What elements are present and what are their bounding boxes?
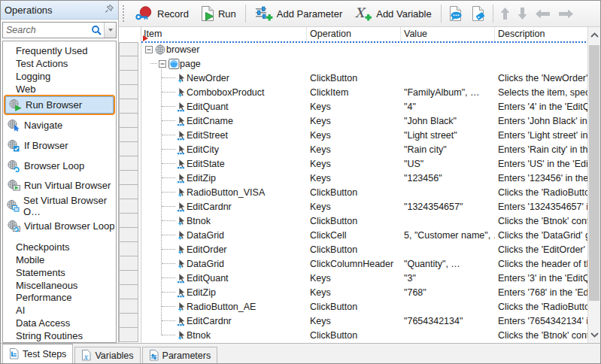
move-right-button[interactable]: [554, 3, 578, 24]
gutter-cell[interactable]: [119, 128, 138, 142]
sidebar-item-label: Performance: [16, 292, 71, 303]
click-icon: [177, 259, 187, 269]
gutter-cell[interactable]: [119, 42, 138, 56]
test-step-row[interactable]: EditQuantKeys"4"Enters '4' in the 'EditQ: [141, 99, 587, 114]
scroll-up-icon[interactable]: [588, 29, 600, 41]
description-button[interactable]: [445, 3, 467, 24]
gutter-cell[interactable]: [119, 114, 138, 128]
sidebar-item-performance[interactable]: Performance: [3, 292, 116, 305]
gutter-cell[interactable]: [119, 171, 138, 185]
tree-node-row[interactable]: browser: [141, 42, 587, 56]
gutter-cell[interactable]: [119, 314, 138, 328]
sidebar-item-frequently-used[interactable]: Frequently Used: [3, 44, 116, 57]
gutter-cell[interactable]: [119, 214, 138, 228]
gutter-cell[interactable]: [119, 256, 138, 271]
test-step-row[interactable]: DataGridClickCell5, "Customer name", …Cl…: [141, 228, 587, 242]
collapse-toggle-icon[interactable]: [145, 46, 153, 53]
gutter-cell[interactable]: [119, 142, 138, 156]
tab-parameters[interactable]: Parameters: [142, 347, 218, 363]
collapse-toggle-icon[interactable]: [159, 60, 166, 68]
sidebar-item-miscellaneous[interactable]: Miscellaneous: [3, 279, 116, 292]
add-variable-button[interactable]: XAdd Variable: [348, 3, 437, 24]
test-step-row[interactable]: EditZipKeys"123456"Enters '123456' in th…: [141, 171, 587, 185]
run-button[interactable]: Run: [195, 3, 242, 24]
move-down-button[interactable]: [514, 3, 531, 24]
test-step-row[interactable]: RadioButton_VISAClickButtonClicks the 'R…: [141, 185, 587, 199]
gutter-cell[interactable]: [119, 242, 138, 256]
operations-panel: Operations Frequently UsedTest ActionsLo…: [1, 1, 119, 343]
gutter-cell[interactable]: [119, 285, 138, 299]
tab-variables[interactable]: xVariables: [74, 347, 140, 363]
search-input[interactable]: [3, 25, 89, 35]
gutter-cell[interactable]: [119, 228, 138, 242]
test-step-row[interactable]: EditCnameKeys"John Black"Enters 'John Bl…: [141, 114, 587, 128]
move-up-button[interactable]: [496, 3, 514, 24]
sidebar-item-set-virtual-browser-o[interactable]: Set Virtual Browser O…: [3, 196, 116, 216]
test-step-row[interactable]: EditCardnrKeys"7654342134"Enters '765434…: [141, 314, 587, 328]
sidebar-item-run-virtual-browser[interactable]: Run Virtual Browser: [3, 176, 116, 196]
gutter-cell[interactable]: [119, 185, 138, 199]
test-step-row[interactable]: BtnokClickButtonClicks the 'Btnok' contr…: [141, 214, 587, 228]
sidebar-item-label: If Browser: [24, 140, 68, 151]
sidebar-item-if-browser[interactable]: If Browser: [3, 135, 116, 156]
sidebar-item-statements[interactable]: Statements: [3, 266, 116, 279]
keys-icon: [177, 116, 187, 126]
keys-icon: [177, 130, 187, 141]
sidebar-item-logging[interactable]: Logging: [3, 70, 116, 83]
test-step-row[interactable]: EditZipKeys"768"Enters '768' in the 'Edi: [141, 285, 587, 299]
sidebar-item-data-access[interactable]: Data Access: [3, 317, 116, 329]
sidebar-item-run-browser[interactable]: Run Browser: [4, 95, 115, 115]
test-step-row[interactable]: EditCityKeys"Rain city"Enters 'Rain city…: [141, 142, 587, 156]
gutter-cell[interactable]: [119, 299, 138, 314]
gutter-cell[interactable]: [119, 71, 138, 85]
gutter-cell[interactable]: [119, 56, 138, 71]
test-step-row[interactable]: DataGridClickColumnHeader"Quantity", …Cl…: [141, 256, 587, 271]
toolbar-grip[interactable]: [123, 5, 126, 22]
pin-icon[interactable]: [105, 4, 114, 16]
sidebar-item-virtual-browser-loop[interactable]: Virtual Browser Loop: [3, 216, 116, 236]
column-header-operation[interactable]: Operation: [307, 27, 401, 41]
move-left-button[interactable]: [531, 3, 554, 24]
tag-button[interactable]: [467, 3, 490, 24]
vertical-scrollbar[interactable]: [587, 27, 600, 343]
tab-test-steps[interactable]: Test Steps: [2, 344, 73, 363]
test-step-row[interactable]: BtnokClickButtonClicks the 'Btnok' contr…: [141, 328, 587, 342]
gutter-cell[interactable]: [119, 156, 138, 171]
test-step-row[interactable]: EditCardnrKeys"1324354657"Enters '132435…: [141, 199, 587, 214]
sidebar-item-web[interactable]: Web: [3, 83, 116, 96]
gutter-cell[interactable]: [119, 85, 138, 99]
test-step-row[interactable]: NewOrderClickButtonClicks the 'NewOrder': [141, 71, 587, 85]
gutter-cell[interactable]: [119, 99, 138, 114]
add-parameter-button[interactable]: Add Parameter: [249, 3, 348, 24]
record-button[interactable]: Record: [129, 3, 195, 24]
sidebar-item-checkpoints[interactable]: Checkpoints: [3, 241, 116, 253]
sidebar-item-navigate[interactable]: Navigate: [3, 115, 116, 135]
sidebar-item-mobile[interactable]: Mobile: [3, 253, 116, 266]
grid-cell: Enters '123456' in the: [495, 171, 587, 185]
sidebar-item-browser-loop[interactable]: Browser Loop: [3, 156, 116, 176]
test-step-row[interactable]: ComboboxProductClickItem"FamilyAlbum", ……: [141, 85, 587, 99]
gutter-cell[interactable]: [119, 271, 138, 285]
sidebar-item-string-routines[interactable]: String Routines: [3, 329, 116, 342]
scroll-down-icon[interactable]: [588, 329, 600, 341]
test-step-row[interactable]: EditOrderClickButtonClicks the 'EditOrde…: [141, 242, 587, 256]
gutter-cell[interactable]: [119, 328, 138, 342]
grid-cell: "Quantity", …: [401, 256, 495, 271]
column-header-item[interactable]: Item: [141, 27, 307, 41]
test-step-row[interactable]: EditQuantKeys"3"Enters '3' in the 'EditQ: [141, 271, 587, 285]
scrollbar-thumb[interactable]: [589, 45, 599, 301]
gutter-cell[interactable]: [119, 199, 138, 214]
column-header-value[interactable]: Value: [401, 27, 495, 41]
sidebar-item-label: Logging: [16, 71, 50, 82]
grid-cell: ClickButton: [307, 214, 401, 228]
sidebar-item-test-actions[interactable]: Test Actions: [3, 57, 116, 70]
test-step-row[interactable]: EditStreetKeys"Light street"Enters 'Ligh…: [141, 128, 587, 142]
tree-node-row[interactable]: page: [141, 56, 587, 71]
test-step-row[interactable]: RadioButton_AEClickButtonClicks the 'Rad…: [141, 299, 587, 314]
column-header-description[interactable]: Description: [495, 27, 587, 41]
search-options-dropdown[interactable]: [104, 23, 116, 38]
grid-cell: EditQuant: [141, 99, 307, 114]
sidebar-item-ai[interactable]: AI: [3, 304, 116, 317]
test-step-row[interactable]: EditStateKeys"US"Enters 'US' in the 'Edi…: [141, 156, 587, 171]
search-icon[interactable]: [89, 25, 104, 36]
